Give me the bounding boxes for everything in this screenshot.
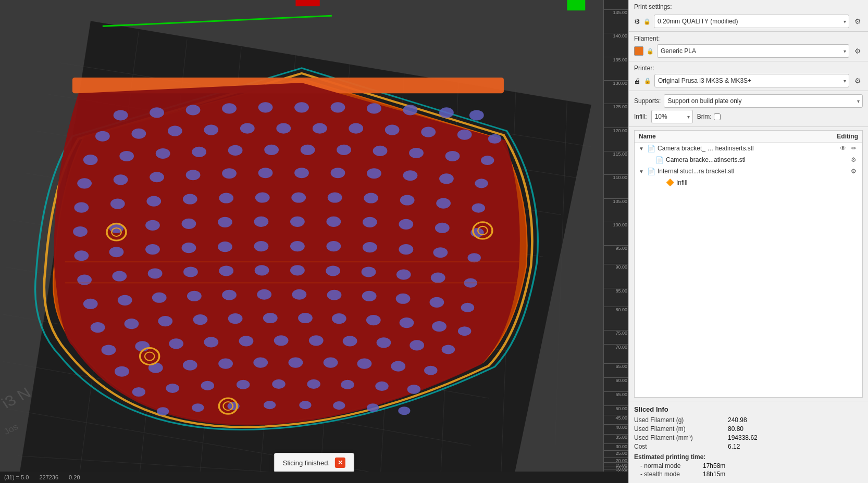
svg-point-99: [254, 241, 269, 251]
svg-point-81: [472, 204, 485, 213]
printer-select[interactable]: Original Prusa i3 MK3S & MK3S+: [654, 74, 849, 87]
svg-point-24: [150, 107, 164, 118]
svg-point-95: [109, 247, 124, 257]
info-row-cost: Cost 6.12: [634, 443, 863, 450]
svg-point-104: [433, 247, 448, 258]
filament-color-swatch[interactable]: [634, 46, 643, 56]
svg-point-60: [150, 172, 164, 182]
ruler-tick-120: 120.00: [604, 128, 628, 133]
objects-list-header: Name Editing: [635, 131, 862, 143]
filament-gear-button[interactable]: ⚙: [852, 46, 863, 56]
filament-dropdown-wrapper[interactable]: Generic PLA ▾: [657, 44, 849, 58]
tree-item-infill[interactable]: 🔶 Infill: [635, 177, 862, 188]
svg-point-166: [237, 380, 250, 389]
svg-point-146: [239, 336, 254, 346]
tree-icon-child1: 📄: [655, 156, 664, 164]
tree-eye-btn-root1[interactable]: 👁: [838, 144, 848, 152]
svg-point-25: [186, 105, 201, 115]
svg-point-163: [132, 387, 145, 397]
svg-point-119: [118, 295, 132, 306]
svg-point-96: [145, 244, 160, 255]
svg-point-70: [74, 202, 89, 213]
tree-toggle-root1[interactable]: ▼: [639, 146, 645, 151]
printer-lock-icon: 🔒: [644, 78, 651, 84]
svg-point-37: [204, 125, 218, 135]
tree-item-root1[interactable]: ▼ 📄 Camera bracket_ … heatinserts.stl 👁 …: [635, 143, 862, 154]
tree-item-child1[interactable]: 📄 Camera bracke...atinserts.stl ⚙: [635, 154, 862, 166]
svg-point-46: [83, 155, 98, 165]
viewport: i3 N Jos 145.00 140.00 135.00 130.00 125…: [0, 0, 628, 483]
printer-dropdown-wrapper[interactable]: Original Prusa i3 MK3S & MK3S+ ▾: [654, 74, 849, 87]
svg-rect-191: [295, 0, 319, 6]
brim-checkbox[interactable]: [714, 113, 721, 120]
svg-point-179: [398, 406, 410, 415]
info-key-filament-g: Used Filament (g): [634, 416, 728, 424]
svg-point-73: [183, 194, 197, 204]
tree-icon-root1: 📄: [647, 145, 655, 152]
printer-label-row: Printer:: [634, 65, 863, 72]
svg-point-109: [183, 266, 198, 277]
ruler-tick-60: 60.00: [604, 377, 628, 383]
supports-infill-section: Supports: Support on build plate only ▾ …: [629, 91, 868, 127]
print-settings-select[interactable]: 0.20mm QUALITY (modified): [654, 15, 849, 28]
svg-point-175: [264, 401, 276, 409]
svg-point-92: [435, 223, 450, 233]
svg-point-170: [375, 382, 388, 391]
svg-point-85: [182, 219, 196, 229]
svg-point-48: [156, 148, 170, 159]
tree-toggle-root2[interactable]: ▼: [639, 169, 645, 174]
svg-point-158: [289, 358, 303, 368]
tree-edit-btn-root2[interactable]: ⚙: [849, 167, 858, 175]
svg-point-71: [110, 199, 125, 209]
filament-select[interactable]: Generic PLA: [657, 44, 849, 58]
svg-point-127: [396, 294, 411, 304]
info-key-filament-m: Used Filament (m): [634, 425, 728, 433]
svg-point-75: [255, 192, 270, 202]
svg-point-150: [377, 337, 391, 348]
svg-point-157: [253, 358, 268, 368]
tree-edit-btn-root1[interactable]: ✏: [850, 144, 858, 152]
right-panel: Print settings: ⚙ 🔒 0.20mm QUALITY (modi…: [628, 0, 868, 483]
lock-icon: 🔒: [643, 18, 651, 25]
print-settings-gear-button[interactable]: ⚙: [852, 16, 863, 27]
supports-dropdown-wrapper[interactable]: Support on build plate only ▾: [664, 94, 863, 108]
tree-item-root2[interactable]: ▼ 📄 Internal stuct...ra bracket.stl ⚙: [635, 166, 862, 177]
brim-row: Brim:: [697, 113, 721, 120]
printer-gear-button[interactable]: ⚙: [852, 75, 863, 86]
svg-point-58: [77, 178, 92, 188]
ruler-tick-130: 130.00: [604, 80, 628, 86]
tree-label-root1: Camera bracket_ … heatinserts.stl: [658, 145, 836, 152]
infill-dropdown-wrapper[interactable]: 10% ▾: [651, 110, 693, 123]
svg-point-72: [146, 196, 161, 206]
svg-point-151: [410, 340, 424, 350]
ruler-tick-30: 30.00: [604, 443, 628, 449]
svg-point-130: [91, 322, 105, 333]
svg-point-126: [362, 291, 377, 301]
svg-point-167: [272, 379, 285, 389]
info-val-cost: 6.12: [728, 443, 740, 450]
objects-name-header: Name: [639, 133, 656, 140]
svg-point-28: [294, 102, 309, 112]
svg-point-142: [102, 345, 116, 355]
toast-close-button[interactable]: ✕: [335, 457, 345, 468]
tree-edit-btn-child1[interactable]: ⚙: [849, 156, 858, 164]
tree-actions-root1: 👁 ✏: [838, 144, 858, 152]
ruler-tick-100: 100.00: [604, 222, 628, 227]
print-settings-row: ⚙ 🔒 0.20mm QUALITY (modified) ▾ ⚙: [634, 15, 863, 28]
svg-point-80: [436, 198, 451, 209]
printer-section: Printer: 🖨 🔒 Original Prusa i3 MK3S & MK…: [629, 61, 868, 91]
svg-point-136: [298, 313, 313, 323]
print-settings-dropdown-wrapper[interactable]: 0.20mm QUALITY (modified) ▾: [654, 15, 849, 28]
filament-section: Filament: 🔒 Generic PLA ▾ ⚙: [629, 32, 868, 61]
svg-point-149: [343, 336, 357, 346]
ruler-tick-125: 125.00: [604, 104, 628, 109]
svg-point-164: [166, 384, 179, 393]
supports-select[interactable]: Support on build plate only: [664, 94, 863, 108]
ruler-tick-40: 40.00: [604, 424, 628, 430]
svg-point-121: [187, 291, 202, 301]
svg-point-84: [145, 220, 160, 231]
infill-select[interactable]: 10%: [651, 110, 693, 123]
ruler-tick-35: 35.00: [604, 434, 628, 440]
tree-actions-root2: ⚙: [849, 167, 858, 175]
svg-point-62: [222, 168, 237, 179]
